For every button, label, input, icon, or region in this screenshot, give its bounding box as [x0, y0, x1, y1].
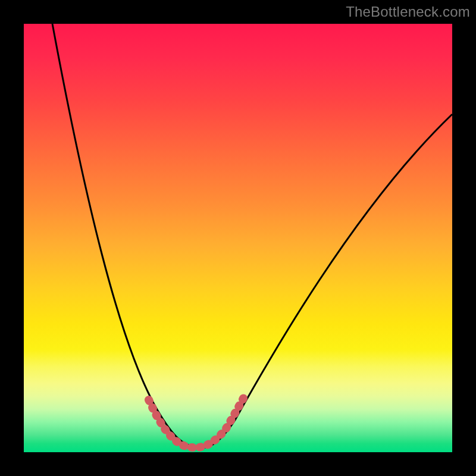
watermark-text: TheBottleneck.com	[346, 4, 470, 20]
bottleneck-curve	[52, 24, 452, 448]
plot-area	[24, 24, 452, 452]
chart-frame: TheBottleneck.com	[0, 0, 476, 476]
valley-highlight-dots	[149, 395, 245, 447]
chart-svg	[24, 24, 452, 452]
